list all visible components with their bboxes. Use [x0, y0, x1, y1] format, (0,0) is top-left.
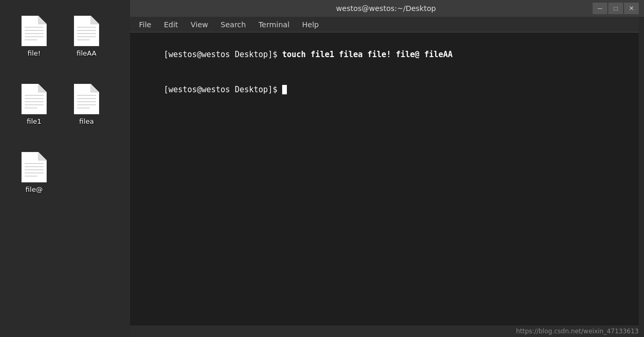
svg-marker-15: [38, 84, 47, 92]
menu-terminal[interactable]: Terminal: [252, 18, 296, 31]
menu-view[interactable]: View: [185, 18, 214, 31]
terminal-body[interactable]: [westos@westos Desktop]$ touch file1 fil…: [130, 32, 644, 325]
menu-search[interactable]: Search: [214, 18, 252, 31]
desktop-icon-file-exclaim[interactable]: file!: [8, 10, 60, 79]
svg-marker-29: [38, 152, 47, 160]
file-icon: [22, 16, 47, 46]
terminal-title: westos@westos:~/Desktop: [179, 4, 593, 13]
desktop-icon-filea[interactable]: filea: [60, 79, 113, 147]
icon-label-file-exclaim: file!: [27, 49, 40, 57]
terminal-prompt-2: [westos@westos Desktop]$: [164, 85, 282, 94]
terminal-command-1: touch file1 filea file! file@ fileAA: [282, 50, 453, 59]
terminal-line-1: [westos@westos Desktop]$ touch file1 fil…: [135, 37, 639, 72]
file-icon: [74, 16, 99, 46]
svg-marker-1: [38, 16, 47, 24]
svg-marker-8: [91, 16, 99, 24]
terminal-window: westos@westos:~/Desktop ─ □ ✕ File Edit …: [130, 0, 644, 337]
file-icon: [74, 84, 99, 114]
icon-label-file-at: file@: [26, 186, 43, 193]
icon-label-file1: file1: [27, 117, 41, 125]
footer-url: https://blog.csdn.net/weixin_47133613: [516, 328, 639, 335]
terminal-footer: https://blog.csdn.net/weixin_47133613: [130, 325, 644, 337]
menu-help[interactable]: Help: [296, 18, 325, 31]
maximize-button[interactable]: □: [608, 3, 623, 14]
terminal-titlebar: westos@westos:~/Desktop ─ □ ✕: [130, 0, 644, 17]
file-icon: [22, 152, 47, 182]
scrollbar-area[interactable]: [639, 17, 644, 337]
terminal-line-2: [westos@westos Desktop]$: [135, 72, 639, 108]
terminal-menubar: File Edit View Search Terminal Help: [130, 17, 644, 32]
menu-file[interactable]: File: [133, 18, 157, 31]
svg-marker-22: [91, 84, 99, 92]
desktop-icon-fileAA[interactable]: fileAA: [60, 10, 113, 79]
terminal-cursor: [282, 85, 287, 94]
close-button[interactable]: ✕: [624, 3, 639, 14]
menu-edit[interactable]: Edit: [157, 18, 184, 31]
minimize-button[interactable]: ─: [593, 3, 607, 14]
icon-label-filea: filea: [79, 117, 94, 125]
file-icon: [22, 84, 47, 114]
icon-label-fileAA: fileAA: [77, 49, 96, 57]
terminal-prompt-1: [westos@westos Desktop]$: [164, 50, 282, 59]
window-controls: ─ □ ✕: [593, 3, 639, 14]
desktop: file! fileAA: [0, 0, 130, 337]
desktop-icon-file1[interactable]: file1: [8, 79, 60, 147]
desktop-icon-file-at[interactable]: file@: [8, 147, 60, 215]
